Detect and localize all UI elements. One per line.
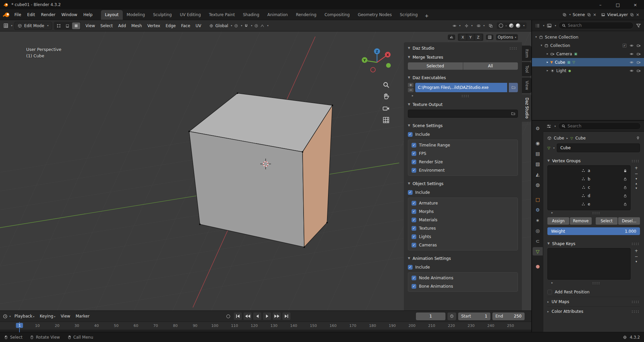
properties-tab-material[interactable]: ● bbox=[533, 262, 543, 270]
material-preview-shading-button[interactable] bbox=[509, 23, 514, 28]
outliner-row-scene-collection[interactable]: ▾ Scene Collection bbox=[532, 33, 644, 41]
3d-viewport[interactable]: User Perspective (1) Cube XYZ Options ▾ bbox=[0, 32, 531, 310]
shape-key-specials-icon[interactable]: ▾ bbox=[636, 260, 637, 263]
scene-include-row[interactable]: Include bbox=[408, 130, 518, 138]
checkbox-row-cameras[interactable]: Cameras bbox=[412, 241, 514, 249]
browse-texture-output-button[interactable] bbox=[508, 112, 518, 116]
properties-tab-data[interactable]: ▽ bbox=[533, 247, 543, 255]
blender-logo[interactable] bbox=[3, 11, 10, 18]
snap-dropdown[interactable]: ▾ bbox=[244, 24, 252, 28]
workspace-tab-texture-paint[interactable]: Texture Paint bbox=[205, 10, 239, 20]
playhead-frame-badge[interactable]: 1 bbox=[16, 323, 23, 328]
checkbox[interactable] bbox=[412, 276, 416, 280]
gizmos-dropdown[interactable]: ▾ bbox=[465, 24, 473, 28]
checkbox-row-timeline-range[interactable]: Timeline Range bbox=[412, 141, 514, 149]
outliner-search[interactable] bbox=[558, 22, 634, 29]
checkbox-row-node-animations[interactable]: Node Animations bbox=[412, 274, 514, 282]
gizmo-x-negative-axis[interactable] bbox=[371, 67, 375, 72]
checkbox[interactable] bbox=[408, 132, 413, 137]
workspace-tab-uv-editing[interactable]: UV Editing bbox=[176, 10, 205, 20]
breadcrumb-data[interactable]: Cube bbox=[575, 136, 586, 140]
snap-grid-icon[interactable] bbox=[486, 35, 493, 40]
navigation-gizmo[interactable]: Z X Y bbox=[361, 46, 393, 78]
timeline-ruler[interactable]: 1 10203040506070809010011012013014015016… bbox=[0, 322, 531, 330]
start-frame-field[interactable]: Start 1 bbox=[458, 312, 490, 320]
checkbox[interactable] bbox=[412, 168, 416, 173]
checkbox[interactable] bbox=[412, 160, 416, 164]
timeline-menu-marker[interactable]: Marker bbox=[73, 312, 92, 320]
checkbox[interactable] bbox=[412, 234, 416, 239]
edge-select-button[interactable] bbox=[63, 22, 71, 29]
select-button[interactable]: Select bbox=[596, 217, 618, 225]
mirror-axis-x-toggle[interactable]: X bbox=[460, 34, 466, 40]
editor-type-outliner-icon[interactable] bbox=[535, 23, 540, 28]
drag-grip-icon[interactable] bbox=[631, 310, 640, 313]
expand-arrow-icon[interactable]: ▸ bbox=[551, 281, 553, 284]
render-visibility-camera-icon[interactable] bbox=[637, 44, 641, 48]
drag-grip-icon[interactable] bbox=[461, 95, 470, 97]
play-reverse-button[interactable] bbox=[253, 312, 261, 320]
wireframe-shading-button[interactable] bbox=[499, 23, 503, 28]
properties-tab-view-layer[interactable]: ▧ bbox=[533, 160, 543, 168]
tool-options-dropdown[interactable]: Options ▾ bbox=[496, 34, 518, 40]
transform-orientation-dropdown[interactable]: Global ▾ bbox=[209, 23, 232, 28]
daz-studio-panel-header[interactable]: ▼ Daz Studio bbox=[408, 44, 518, 53]
mirror-axis-z-toggle[interactable]: Z bbox=[475, 34, 482, 40]
expand-arrow-icon[interactable]: ▸ bbox=[547, 61, 548, 64]
viewport-menu-view[interactable]: View bbox=[83, 22, 98, 30]
outliner-row-camera[interactable]: ▸ Camera ▣ bbox=[532, 50, 644, 58]
object-include-row[interactable]: Include bbox=[408, 188, 518, 196]
add-vertex-group-button[interactable]: + bbox=[635, 166, 638, 170]
expand-arrow-icon[interactable]: ▾ bbox=[541, 44, 542, 47]
timeline-menu-view[interactable]: View bbox=[58, 312, 73, 320]
vertex-group-row-d[interactable]: d bbox=[548, 191, 630, 200]
rendered-shading-button[interactable] bbox=[516, 23, 520, 28]
add-shape-key-button[interactable]: + bbox=[635, 249, 638, 253]
workspace-tab-rendering[interactable]: Rendering bbox=[292, 10, 320, 20]
display-mode-icon[interactable] bbox=[547, 23, 552, 28]
mirror-axis-y-toggle[interactable]: Y bbox=[467, 34, 474, 40]
overlays-dropdown[interactable]: ▾ bbox=[477, 24, 485, 28]
properties-tab-render[interactable]: ◉ bbox=[533, 139, 543, 147]
menu-file[interactable]: File bbox=[11, 11, 24, 18]
object-settings-header[interactable]: ▼ Object Settings bbox=[408, 179, 518, 188]
mirror-icon[interactable] bbox=[448, 35, 455, 40]
vertex-group-row-a[interactable]: a bbox=[548, 166, 630, 175]
drag-grip-icon[interactable] bbox=[631, 300, 640, 303]
uv-maps-header[interactable]: ▸ UV Maps bbox=[547, 297, 640, 306]
properties-tab-physics[interactable]: ◎ bbox=[533, 226, 543, 235]
remove-shape-key-button[interactable]: − bbox=[635, 254, 638, 259]
vertex-group-row-e[interactable]: e bbox=[548, 200, 630, 208]
new-viewlayer-icon[interactable] bbox=[630, 13, 634, 17]
auto-keying-toggle[interactable] bbox=[224, 312, 232, 320]
workspace-tab-geometry-nodes[interactable]: Geometry Nodes bbox=[354, 10, 396, 20]
drag-grip-icon[interactable] bbox=[592, 282, 601, 284]
workspace-tab-sculpting[interactable]: Sculpting bbox=[149, 10, 176, 20]
expand-arrow-icon[interactable]: ▸ bbox=[412, 94, 414, 97]
pan-hand-icon[interactable] bbox=[382, 93, 390, 100]
animation-settings-header[interactable]: ▼ Animation Settings bbox=[408, 254, 518, 263]
checkbox[interactable] bbox=[408, 190, 413, 195]
current-frame-field[interactable]: 1 bbox=[416, 312, 445, 320]
animation-include-row[interactable]: Include bbox=[408, 263, 518, 271]
render-visibility-camera-icon[interactable] bbox=[637, 69, 641, 73]
vertex-select-button[interactable] bbox=[55, 22, 63, 29]
properties-tab-tool[interactable]: ⚙ bbox=[533, 124, 543, 132]
pivot-point-dropdown[interactable]: ▾ bbox=[234, 24, 242, 28]
merge-selected-button[interactable]: Selected bbox=[408, 62, 463, 70]
checkbox-row-fps[interactable]: FPS bbox=[412, 149, 514, 158]
properties-tab-world[interactable]: ◍ bbox=[533, 180, 543, 189]
scene-settings-header[interactable]: ▼ Scene Settings bbox=[408, 121, 518, 130]
executable-path-field[interactable]: C:\Program Files\...ild\DAZStudio.exe bbox=[415, 83, 507, 92]
properties-tab-modifiers[interactable]: ⚙ bbox=[533, 206, 543, 214]
drag-grip-icon[interactable] bbox=[631, 242, 640, 245]
object-visibility-dropdown[interactable]: ▾ bbox=[452, 24, 461, 28]
previous-keyframe-button[interactable] bbox=[244, 312, 252, 320]
exclude-checkbox[interactable] bbox=[623, 44, 627, 48]
browse-executable-button[interactable] bbox=[509, 83, 518, 92]
proportional-editing-toggle[interactable]: ▾ bbox=[254, 24, 268, 28]
menu-help[interactable]: Help bbox=[80, 11, 95, 18]
desel-button[interactable]: Desel... bbox=[618, 217, 640, 225]
viewlayer-selector[interactable]: ViewLayer × bbox=[601, 12, 639, 17]
remove-executable-button[interactable]: − bbox=[408, 88, 414, 92]
